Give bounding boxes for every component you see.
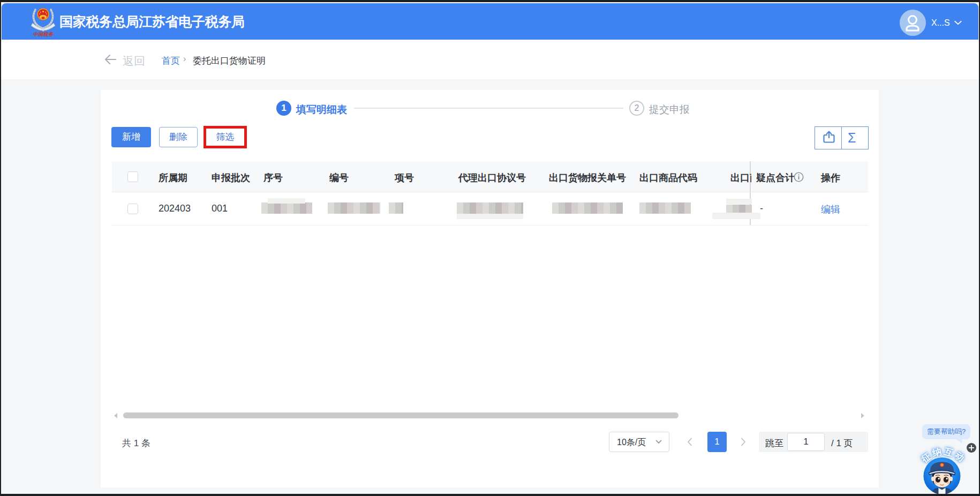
- svg-text:中国税务: 中国税务: [33, 31, 55, 37]
